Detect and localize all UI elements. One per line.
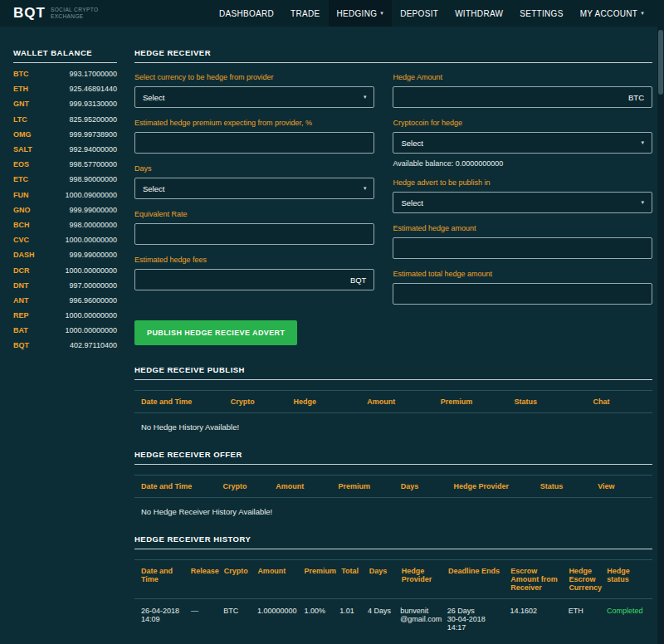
estimated-total-input[interactable] [393,283,652,305]
wallet-row: GNO999.99000000 [13,202,117,217]
cell-release: — [191,607,218,632]
col-hedge: Hedge [294,398,363,406]
cell-amount: 1.00000000 [257,607,300,632]
main-panel: HEDGE RECEIVER Select currency to be hed… [124,37,664,644]
currency-select-value: Select [143,93,164,102]
available-balance-text: Available balance: 0.0000000000 [393,159,652,168]
cell-escrow-amount: 14.1602 [510,607,563,632]
wallet-balance-value: 997.00000000 [69,281,117,290]
col-amount: Amount [276,482,333,490]
nav-withdraw[interactable]: WITHDRAW [447,0,511,27]
wallet-row: ANT996.96000000 [13,293,117,308]
hedge-receiver-form: Select currency to be hedge from provide… [134,73,652,315]
col-deadline-ends: Deadline Ends [448,567,505,592]
hedge-fees-suffix: BQT [350,276,367,285]
col-view: View [598,482,646,490]
wallet-currency-code: EOS [13,160,29,168]
nav-trade[interactable]: TRADE [282,0,328,27]
wallet-currency-code: GNT [13,100,29,108]
nav-settings-label: SETTINGS [520,9,563,18]
history-table-row: 26-04-2018 14:09 — BTC 1.00000000 1.00% … [134,599,652,639]
wallet-currency-code: DASH [13,251,35,259]
col-premium: Premium [305,567,337,592]
premium-input[interactable] [134,132,374,154]
chevron-down-icon: ▾ [364,185,367,192]
nav-withdraw-label: WITHDRAW [455,9,503,18]
wallet-sidebar: WALLET BALANCE BTC993.17000000 ETH925.46… [0,37,124,644]
nav-settings[interactable]: SETTINGS [511,0,571,27]
history-table-row: 26-04-2018 11:34 — BTC 1.00000000 1.00% … [134,639,652,644]
wallet-balance-value: 925.46891440 [69,85,117,93]
wallet-currency-code: DCR [13,266,30,275]
brand-name: BQT [13,5,46,22]
wallet-row: DASH999.99000000 [13,247,117,262]
wallet-row: OMG999.99738900 [13,127,117,142]
wallet-balance-value: 993.17000000 [69,70,117,78]
col-crypto: Crypto [231,398,289,406]
top-navigation-bar: BQT SOCIAL CRYPTO EXCHANGE DASHBOARD TRA… [0,0,664,27]
hedge-amount-label: Hedge Amount [393,73,652,81]
history-table-header: Date and Time Release Crypto Amount Prem… [134,559,652,599]
nav-trade-label: TRADE [290,9,320,18]
cell-premium: 1.00% [305,607,335,632]
hedge-receive-publish-title: HEDGE RECEIVE PUBLISH [134,365,652,380]
wallet-balance-value: 998.57700000 [69,160,117,168]
scrollbar[interactable] [657,27,664,644]
advert-select[interactable]: Select ▾ [393,192,652,213]
page: BQT SOCIAL CRYPTO EXCHANGE DASHBOARD TRA… [0,0,664,644]
wallet-row: BCH998.00000000 [13,217,117,232]
wallet-currency-code: ANT [13,296,29,305]
wallet-currency-code: BTC [13,70,29,78]
col-premium: Premium [441,398,510,406]
cell-days: 4 Days [368,607,395,632]
col-days: Days [401,482,449,490]
wallet-currency-code: ETC [13,175,28,183]
equivalent-rate-input[interactable] [134,223,374,245]
days-select-value: Select [143,184,164,193]
currency-select-label: Select currency to be hedge from provide… [134,73,374,81]
col-hedge-provider: Hedge Provider [402,567,443,592]
cell-hedge-provider: bunvenit @gmail.com [400,607,442,632]
cryptocoin-select[interactable]: Select ▾ [393,132,652,154]
chevron-down-icon: ▾ [380,10,383,17]
advert-select-value: Select [401,198,422,207]
content-area: WALLET BALANCE BTC993.17000000 ETH925.46… [0,27,664,644]
hedge-fees-input[interactable]: BQT [134,269,374,290]
nav-deposit[interactable]: DEPOSIT [392,0,447,27]
wallet-row: BAT1000.00000000 [13,323,117,338]
publish-hedge-receive-button[interactable]: PUBLISH HEDGE RECIEVE ADVERT [134,320,297,345]
col-status: Status [514,398,588,406]
col-days: Days [369,567,397,592]
days-select-label: Days [134,164,374,173]
nav-my-account[interactable]: MY ACCOUNT ▾ [572,0,652,27]
wallet-balance-value: 992.94000000 [69,145,117,154]
hedge-amount-input[interactable]: BTC [393,86,652,108]
form-right-column: Hedge Amount BTC Cryptocoin for hedge Se… [393,73,652,315]
currency-select[interactable]: Select ▾ [134,86,374,108]
wallet-currency-code: LTC [13,115,27,124]
offer-table-header: Date and Time Crypto Amount Premium Days… [134,475,652,498]
days-select[interactable]: Select ▾ [134,178,374,199]
scrollbar-thumb[interactable] [658,30,663,95]
wallet-row: BQT402.97110400 [13,338,117,353]
wallet-balance-value: 1000.09000000 [65,191,117,199]
col-date-time: Date and Time [141,482,217,490]
nav-hedging[interactable]: HEDGING ▾ [329,0,393,27]
wallet-balance-value: 1000.00000000 [65,326,117,334]
wallet-balance-value: 1000.00000000 [65,266,117,275]
cryptocoin-select-value: Select [401,139,422,148]
publish-empty-message: No Hedge History Available! [134,413,652,435]
cell-total: 1.01 [339,607,363,632]
wallet-balance-value: 825.95200000 [69,115,117,124]
nav-dashboard[interactable]: DASHBOARD [211,0,282,27]
estimated-total-label: Estimated total hedge amount [393,270,652,278]
wallet-balance-title: WALLET BALANCE [13,48,117,63]
wallet-balance-value: 1000.00000000 [65,311,117,320]
col-hedge-provider: Hedge Provider [454,482,535,490]
estimated-hedge-amount-input[interactable] [393,237,652,259]
publish-table-header: Date and Time Crypto Hedge Amount Premiu… [134,390,652,413]
nav-my-account-label: MY ACCOUNT [580,9,638,18]
col-amount: Amount [257,567,299,592]
wallet-currency-code: REP [13,311,29,320]
cell-escrow-currency: ETH [569,607,602,632]
